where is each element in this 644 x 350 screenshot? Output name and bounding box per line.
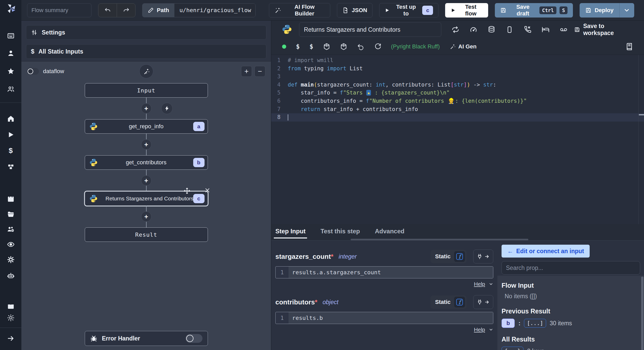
collapsed-array-chip[interactable]: [...] (524, 319, 546, 328)
expr-value: results.b (289, 312, 493, 324)
zoom-out-button[interactable]: − (255, 66, 265, 77)
code-line[interactable]: 3 (271, 73, 644, 81)
resources-cubes-icon[interactable] (7, 163, 15, 171)
cache-database-icon[interactable] (488, 26, 495, 33)
step-node-a[interactable]: get_repo_info a (85, 119, 208, 134)
edit-or-connect-button[interactable]: ← Edit or connect an input (502, 245, 590, 258)
expr-mode-box[interactable]: f (454, 297, 465, 308)
graph-wand-button[interactable] (139, 64, 153, 78)
code-editor[interactable]: 1# import wmill2from typing import List3… (271, 55, 644, 224)
search-prop-input[interactable] (502, 261, 640, 275)
tab-step-input[interactable]: Step Input (275, 228, 306, 238)
reset-undo-icon[interactable] (357, 43, 364, 50)
path-chip[interactable]: Path u/henri/gracious_flow (142, 3, 256, 17)
step-node-c-selected[interactable]: Returns Stargazers and Contributors c (85, 191, 208, 206)
redo-button[interactable] (117, 4, 135, 17)
all-static-inputs-button[interactable]: $ All Static Inputs (26, 44, 266, 59)
workers-users-gear-icon[interactable] (7, 225, 15, 233)
retries-loop-icon[interactable] (452, 26, 459, 33)
flow-settings-button[interactable]: Settings (26, 25, 266, 40)
package-icon[interactable] (323, 43, 330, 50)
expr-editor-stargazers[interactable]: 1 results.a.stargazers_count (275, 266, 493, 278)
variable-picker-icon[interactable]: $ (296, 43, 300, 50)
code-line[interactable]: 8 (271, 113, 644, 122)
package-icon[interactable] (340, 43, 347, 50)
ai-gen-button[interactable]: AI Gen (450, 43, 477, 50)
add-step-button[interactable]: + (141, 211, 151, 222)
concurrency-gauge-icon[interactable] (470, 26, 477, 33)
connect-input-plug-button[interactable] (473, 250, 493, 263)
expr-editor-contributors[interactable]: 1 results.b (275, 312, 493, 324)
path-value[interactable]: u/henri/gracious_flow (174, 4, 256, 17)
sleep-bed-icon[interactable] (542, 26, 549, 33)
flow-summary-input[interactable] (27, 3, 91, 17)
theme-sun-icon[interactable] (7, 314, 15, 322)
ai-bot-icon[interactable] (7, 271, 15, 280)
resource-picker-icon[interactable]: $ (309, 43, 313, 50)
deploy-button[interactable]: Deploy (580, 3, 619, 18)
dataflow-toggle[interactable] (27, 68, 39, 75)
mock-voicemail-icon[interactable] (560, 26, 567, 33)
test-flow-button[interactable]: Test flow (445, 3, 488, 18)
close-icon[interactable] (205, 187, 210, 193)
lint-status-text[interactable]: (Pyright Black Ruff) (391, 43, 440, 50)
code-line[interactable]: 2from typing import List (271, 65, 644, 73)
static-expr-toggle[interactable]: Static f (430, 295, 467, 309)
timeout-card-icon[interactable] (506, 26, 513, 33)
zoom-in-button[interactable]: + (241, 66, 252, 77)
variables-dollar-icon[interactable]: $ (7, 147, 15, 155)
code-line[interactable]: 1# import wmill (271, 56, 644, 65)
connect-input-plug-button[interactable] (473, 295, 493, 309)
help-link[interactable]: Help (474, 281, 485, 287)
library-book-icon[interactable] (625, 43, 633, 50)
props-scrollbar[interactable] (641, 277, 643, 350)
add-step-button[interactable]: + (141, 175, 151, 186)
code-line[interactable]: 4def main(stargazers_count: int, contrib… (271, 81, 644, 89)
windmill-logo-icon[interactable] (5, 3, 16, 14)
deploy-options-caret[interactable] (619, 3, 634, 18)
save-draft-button[interactable]: Save draft Ctrl S (495, 3, 573, 18)
suspend-phone-icon[interactable] (524, 26, 531, 33)
undo-button[interactable] (98, 4, 117, 17)
trigger-bolt-button[interactable] (161, 103, 173, 114)
chevron-down-icon[interactable] (489, 327, 493, 332)
favorites-star-icon[interactable] (7, 67, 15, 75)
save-to-workspace-button[interactable]: Save to workspace (574, 23, 634, 37)
settings-gear-icon[interactable] (7, 255, 15, 264)
help-link[interactable]: Help (474, 327, 485, 333)
result-key-chip[interactable]: b (502, 319, 515, 328)
runs-play-icon[interactable] (7, 131, 15, 139)
step-title-input[interactable] (299, 22, 441, 37)
tabbar-scroll-thumb[interactable] (351, 239, 528, 240)
chevron-down-icon[interactable] (489, 282, 493, 286)
tab-advanced[interactable]: Advanced (375, 228, 404, 238)
json-button[interactable]: JSON (337, 3, 372, 18)
docs-book-icon[interactable] (7, 302, 15, 310)
home-icon[interactable] (7, 115, 15, 123)
add-step-button[interactable]: + (141, 139, 151, 150)
error-handler-node[interactable]: Error Handler (85, 331, 208, 346)
audit-logs-eye-icon[interactable] (7, 240, 15, 249)
move-handle-icon[interactable] (184, 187, 190, 194)
error-handler-toggle[interactable] (185, 334, 202, 343)
result-node[interactable]: Result (85, 227, 208, 242)
tab-test-this-step[interactable]: Test this step (320, 228, 360, 238)
static-expr-toggle[interactable]: Static f (430, 250, 467, 263)
expand-sidebar-arrow-icon[interactable] (7, 334, 15, 343)
expr-mode-box[interactable]: f (454, 251, 465, 262)
ai-flow-builder-button[interactable]: AI Flow Builder (269, 3, 330, 18)
groups-icon[interactable] (7, 85, 15, 93)
user-icon[interactable] (7, 49, 15, 57)
collapsed-object-chip[interactable]: {...} (502, 347, 523, 350)
code-line[interactable]: 5 star_info = f"Stars ★ : {stargazers_co… (271, 89, 644, 97)
code-line[interactable]: 6 contributors_info = f"Number of contri… (271, 97, 644, 105)
workspace-switcher-icon[interactable] (7, 32, 15, 40)
code-line[interactable]: 7 return star_info + contributors_info (271, 105, 644, 114)
schedules-calendar-icon[interactable] (7, 195, 15, 203)
reload-refresh-icon[interactable] (374, 43, 381, 50)
test-up-to-button[interactable]: Test up to c (379, 3, 438, 18)
folders-icon[interactable] (7, 210, 15, 218)
step-node-b[interactable]: get_contributors b (85, 155, 208, 170)
input-node[interactable]: Input (85, 83, 208, 98)
add-step-button[interactable]: + (141, 103, 151, 114)
